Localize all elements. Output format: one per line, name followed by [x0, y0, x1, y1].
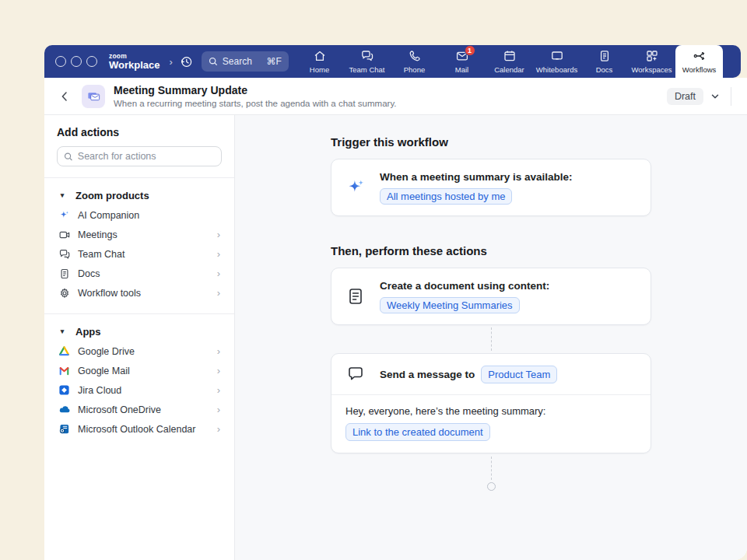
- send-message-text: Send a message to: [380, 369, 475, 380]
- flow-connector: [491, 327, 492, 351]
- nav-item-team-chat[interactable]: Team Chat: [343, 45, 391, 78]
- sidebar-item-label: Workflow tools: [78, 288, 210, 299]
- flow-end-node: [487, 482, 496, 491]
- search-shortcut: ⌘F: [267, 56, 282, 67]
- message-body-text: Hey, everyone, here’s the meeting summar…: [345, 405, 637, 417]
- sidebar-item-meetings[interactable]: Meetings ›: [57, 225, 222, 244]
- workflow-header: Meeting Summary Update When a recurring …: [44, 78, 747, 115]
- nav-label: Workspaces: [631, 65, 672, 74]
- sidebar-divider: [44, 313, 234, 314]
- section-header-apps[interactable]: ▾ Apps: [57, 321, 222, 341]
- workspaces-icon: [645, 49, 659, 63]
- history-icon[interactable]: [180, 55, 193, 68]
- ai-sparkle-icon: [345, 177, 366, 198]
- send-message-chip[interactable]: Product Team: [481, 366, 557, 383]
- gear-icon: [58, 287, 71, 299]
- sidebar-item-workflow-tools[interactable]: Workflow tools ›: [57, 283, 222, 303]
- nav-item-workspaces[interactable]: Workspaces: [628, 45, 675, 78]
- sidebar-item-microsoft-onedrive[interactable]: Microsoft OneDrive ›: [57, 400, 222, 419]
- nav-label: Phone: [404, 65, 425, 74]
- chevron-right-icon: ›: [217, 384, 222, 396]
- search-icon: [209, 57, 218, 66]
- trigger-chip[interactable]: All meetings hosted by me: [380, 188, 512, 205]
- sidebar-item-label: Docs: [78, 268, 210, 279]
- top-navbar: zoom Workplace › Search ⌘F: [44, 45, 741, 78]
- sidebar-item-google-drive[interactable]: Google Drive ›: [57, 341, 222, 361]
- sidebar-item-label: AI Companion: [78, 210, 222, 221]
- sidebar-item-team-chat[interactable]: Team Chat ›: [57, 244, 222, 264]
- nav-item-workflows[interactable]: Workflows: [675, 45, 723, 78]
- actions-search-input[interactable]: [78, 151, 215, 162]
- nav-item-calendar[interactable]: Calendar: [486, 45, 533, 78]
- chevron-right-icon: ›: [217, 423, 222, 435]
- nav-label: Whiteboards: [536, 65, 577, 74]
- trigger-text: When a meeting summary is available:: [380, 171, 573, 183]
- sidebar-item-label: Google Drive: [78, 346, 210, 357]
- workflow-app-icon: [82, 85, 105, 108]
- message-link-chip[interactable]: Link to the created document: [345, 423, 490, 441]
- zoom-workplace-logo: zoom Workplace: [109, 53, 160, 71]
- chevron-right-icon: ›: [217, 268, 222, 279]
- sidebar-item-google-mail[interactable]: Google Mail ›: [57, 361, 222, 380]
- nav-label: Team Chat: [349, 65, 385, 74]
- actions-sidebar: Add actions ▾ Zoom products: [44, 115, 235, 560]
- create-doc-chip[interactable]: Weekly Meeting Summaries: [380, 297, 520, 313]
- create-document-card[interactable]: Create a document using content: Weekly …: [331, 268, 651, 325]
- window-control-icon[interactable]: [86, 56, 97, 67]
- nav-item-whiteboards[interactable]: Whiteboards: [533, 45, 580, 78]
- nav-item-docs[interactable]: Docs: [580, 45, 628, 78]
- workflow-title-block: Meeting Summary Update When a recurring …: [114, 83, 397, 110]
- nav-item-home[interactable]: Home: [296, 45, 343, 78]
- sidebar-item-jira-cloud[interactable]: Jira Cloud ›: [57, 380, 222, 400]
- chevron-right-icon: ›: [217, 404, 222, 415]
- flow-connector: [491, 457, 492, 480]
- actions-search-field[interactable]: [57, 146, 222, 166]
- gmail-icon: [58, 365, 71, 377]
- docs-icon: [58, 268, 71, 280]
- workflow-canvas: Trigger this workflow When a meeting sum…: [235, 115, 747, 560]
- window-control-icon[interactable]: [71, 56, 82, 67]
- logo-workplace-text: Workplace: [109, 60, 160, 70]
- team-chat-icon: [58, 248, 71, 261]
- create-doc-text: Create a document using content:: [380, 280, 549, 292]
- send-message-card[interactable]: Send a message toProduct Team Hey, every…: [331, 353, 651, 453]
- sidebar-item-label: Google Mail: [78, 366, 210, 376]
- sidebar-item-microsoft-outlook-calendar[interactable]: Microsoft Outlook Calendar ›: [57, 419, 222, 439]
- sidebar-item-label: Meetings: [78, 229, 210, 240]
- search-placeholder: Search: [223, 56, 252, 67]
- trigger-heading: Trigger this workflow: [331, 135, 651, 149]
- google-drive-icon: [58, 345, 71, 358]
- chevron-right-icon: ›: [217, 248, 222, 260]
- sidebar-item-ai-companion[interactable]: AI Companion: [57, 205, 222, 225]
- nav-item-mail[interactable]: 1 Mail: [438, 45, 486, 78]
- status-badge[interactable]: Draft: [667, 88, 703, 105]
- chevron-right-icon: ›: [217, 229, 222, 240]
- sidebar-item-docs[interactable]: Docs ›: [57, 264, 222, 283]
- chat-bubble-icon: [345, 365, 366, 383]
- nav-item-phone[interactable]: Phone: [391, 45, 438, 78]
- content-row: Add actions ▾ Zoom products: [44, 115, 747, 560]
- nav-label: Home: [310, 65, 329, 74]
- header-divider: [731, 87, 731, 106]
- nav-label: Docs: [596, 65, 613, 74]
- outlook-calendar-icon: [58, 423, 71, 436]
- section-label: Zoom products: [75, 190, 149, 201]
- team-chat-icon: [360, 49, 374, 63]
- window-control-icon[interactable]: [55, 56, 66, 67]
- sidebar-item-label: Jira Cloud: [78, 385, 210, 396]
- global-search-input[interactable]: Search ⌘F: [202, 51, 289, 72]
- trigger-card[interactable]: When a meeting summary is available: All…: [331, 159, 651, 216]
- caret-down-icon: ▾: [57, 191, 68, 199]
- chevron-down-icon[interactable]: [710, 92, 720, 101]
- nav-item-me[interactable]: ··· Me: [723, 45, 741, 78]
- breadcrumb-chevron-icon[interactable]: ›: [170, 56, 173, 68]
- docs-icon: [598, 49, 612, 63]
- header-right: Draft: [667, 87, 731, 106]
- meetings-icon: [58, 229, 71, 241]
- section-header-zoom-products[interactable]: ▾ Zoom products: [57, 185, 222, 205]
- workflows-icon: [693, 49, 707, 63]
- logo-zoom-text: zoom: [109, 53, 160, 60]
- back-button[interactable]: [58, 90, 71, 103]
- sidebar-item-label: Team Chat: [78, 249, 210, 260]
- sidebar-item-label: Microsoft Outlook Calendar: [78, 424, 210, 435]
